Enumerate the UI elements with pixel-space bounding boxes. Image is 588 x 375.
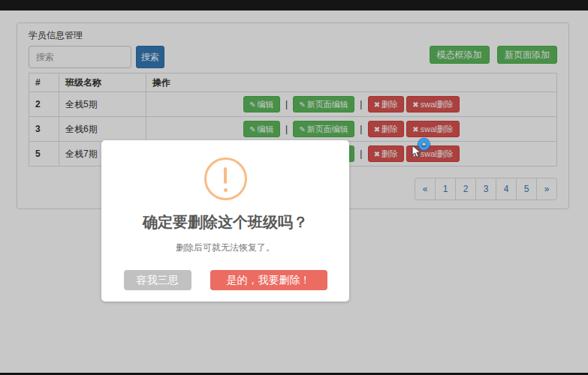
mouse-cursor	[412, 145, 422, 158]
cancel-delete-button[interactable]: 容我三思	[124, 270, 191, 290]
dialog-buttons: 容我三思 是的，我要删除！	[101, 270, 349, 290]
confirm-delete-button[interactable]: 是的，我要删除！	[210, 270, 327, 290]
dialog-text: 删除后可就无法恢复了。	[101, 242, 349, 254]
delete-confirm-dialog: 确定要删除这个班级吗？ 删除后可就无法恢复了。 容我三思 是的，我要删除！	[101, 140, 349, 302]
dialog-title: 确定要删除这个班级吗？	[101, 212, 349, 232]
warning-icon	[204, 158, 247, 200]
